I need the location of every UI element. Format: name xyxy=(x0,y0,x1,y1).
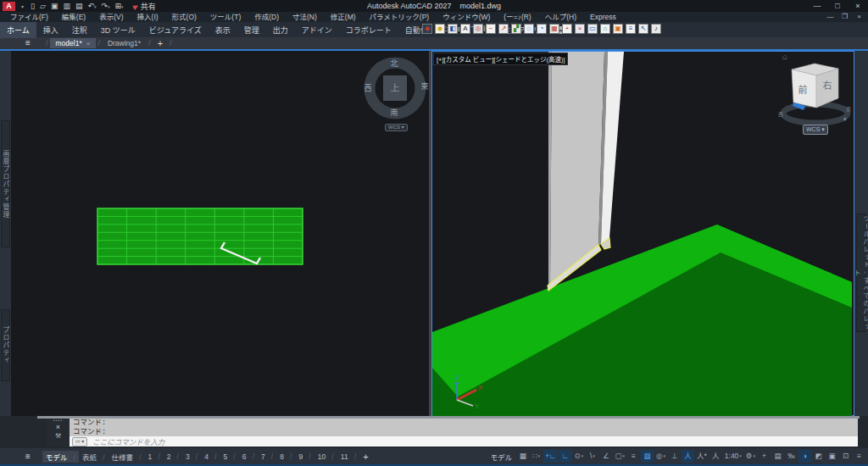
ribbon-tab[interactable]: ホーム xyxy=(0,22,36,38)
viewport-controls-label[interactable]: [+][カスタム ビュー][シェードとエッジ(高速)] xyxy=(433,53,568,65)
express-toolbar-icon[interactable]: ▣ xyxy=(613,24,623,34)
units-icon[interactable]: ▤ xyxy=(771,450,784,463)
ribbon-tab[interactable]: 注釈 xyxy=(65,22,94,38)
new-file-tab-button[interactable]: + xyxy=(158,38,163,48)
doc-minimize-button[interactable]: — xyxy=(823,12,837,22)
layout-tab[interactable]: 9 xyxy=(296,452,314,462)
layout-tab[interactable]: 5 xyxy=(220,452,239,462)
green-slab-entity[interactable] xyxy=(432,225,852,416)
quick-properties-icon[interactable]: ‰ xyxy=(785,450,798,463)
menu-item[interactable]: 修正(M) xyxy=(324,12,363,22)
annotation-visibility-icon[interactable]: 人 xyxy=(682,450,694,463)
command-close-icon[interactable]: × xyxy=(56,423,60,432)
layout-tab[interactable]: 仕様書 xyxy=(108,451,145,463)
ribbon-tab[interactable]: 挿入 xyxy=(36,22,65,38)
undo-icon[interactable]: ↶▾ xyxy=(87,2,96,11)
command-wrench-icon[interactable]: ⚒ xyxy=(55,432,61,441)
polar-tracking-icon[interactable]: ⊙▾ xyxy=(572,450,585,463)
express-toolbar-icon[interactable]: ♪ xyxy=(651,24,661,34)
save-icon[interactable]: ▣ xyxy=(51,2,58,10)
express-toolbar-icon[interactable]: ▞ xyxy=(511,24,521,34)
file-tab-model1[interactable]: model1* × xyxy=(50,38,97,48)
layout-tab[interactable]: 10 xyxy=(314,452,337,462)
object-snap-icon[interactable]: ▢▾ xyxy=(613,450,626,463)
maximize-button[interactable]: □ xyxy=(827,0,848,12)
menu-item[interactable]: ヘルプ(H) xyxy=(538,12,583,22)
ribbon-tab[interactable]: 管理 xyxy=(237,22,266,38)
app-menu-caret-icon[interactable]: ▾ xyxy=(21,3,24,9)
annotation-monitor-icon[interactable]: + xyxy=(758,450,771,463)
express-toolbar-icon[interactable]: ▭ xyxy=(587,24,598,34)
menu-item[interactable]: ウィンドウ(W) xyxy=(436,12,497,22)
menu-item[interactable]: ファイル(F) xyxy=(3,12,55,22)
autoscale-icon[interactable]: 人* xyxy=(695,450,709,463)
minimize-button[interactable]: — xyxy=(807,0,827,12)
dynamic-ucs-icon[interactable]: ⊥ xyxy=(668,450,681,463)
layout-tab[interactable]: 6 xyxy=(239,452,258,462)
layout-tab[interactable]: 7 xyxy=(258,452,276,462)
express-toolbar-icon[interactable]: A xyxy=(460,24,470,34)
viewport-3d[interactable]: [+][カスタム ビュー][シェードとエッジ(高速)] ⌂ xyxy=(431,51,854,416)
redo-icon[interactable]: ↷▾ xyxy=(102,2,110,11)
snap-icon[interactable]: +∟ xyxy=(543,450,558,463)
ribbon-tab[interactable]: 出力 xyxy=(266,22,295,38)
express-toolbar-icon[interactable]: ≡ xyxy=(626,24,636,34)
properties-palette-tab[interactable]: プロパティ xyxy=(1,309,10,381)
express-toolbar-icon[interactable]: ◆ xyxy=(422,24,432,34)
file-tab-close-icon[interactable]: × xyxy=(86,40,91,47)
viewcube-home-icon[interactable]: ⌂ xyxy=(782,52,787,61)
menu-item[interactable]: ツール(T) xyxy=(203,12,248,22)
snap-mode-icon[interactable]: ∷▾ xyxy=(530,450,542,463)
workspace-switch-icon[interactable]: ⚙▾ xyxy=(744,450,757,463)
plan-wcs-button[interactable]: WCS ▾ xyxy=(385,124,408,131)
layer-properties-palette-tab[interactable]: 画層プロパティ管理 xyxy=(1,120,10,247)
scale-value[interactable]: 1:40▾ xyxy=(723,450,743,463)
plan-viewcube[interactable]: 上 北 西 東 南 xyxy=(364,59,428,117)
layout-tab[interactable]: 11 xyxy=(337,452,359,462)
express-toolbar-icon[interactable]: + xyxy=(562,24,572,34)
express-toolbar-icon[interactable]: − xyxy=(486,24,496,34)
customization-icon[interactable]: ≡ xyxy=(853,450,865,463)
layout-tab[interactable]: 8 xyxy=(276,452,295,462)
menu-item[interactable]: 寸法(N) xyxy=(286,12,324,22)
menu-item[interactable]: 作成(D) xyxy=(248,12,286,22)
share-button[interactable]: ▶ 共有 xyxy=(133,1,156,12)
model-space-button[interactable]: モデル xyxy=(491,452,513,462)
grid-display-icon[interactable]: ▦ xyxy=(516,450,529,463)
file-tab-menu-icon[interactable]: ≡ xyxy=(25,37,37,49)
ribbon-tab[interactable]: 3D ツール xyxy=(94,22,142,38)
menu-item[interactable]: (ー=♪(R) xyxy=(497,12,537,22)
close-button[interactable]: × xyxy=(848,0,868,12)
file-tab-drawing1[interactable]: Drawing1* xyxy=(102,38,147,48)
save-as-icon[interactable]: ▥ xyxy=(63,2,70,10)
ribbon-tab[interactable]: アドイン xyxy=(295,22,339,38)
ribbon-tab[interactable]: コラボレート xyxy=(339,22,398,38)
command-options-icon[interactable]: ▭ ▾ xyxy=(72,437,87,447)
express-toolbar-icon[interactable]: ◔ xyxy=(537,24,547,34)
print-icon[interactable]: ▤ xyxy=(75,2,83,10)
express-toolbar-icon[interactable]: ↗ xyxy=(498,24,509,34)
express-toolbar-icon[interactable]: ◌ xyxy=(524,24,534,34)
workspace-icon[interactable]: ⊞▾ xyxy=(115,2,124,11)
ribbon-tab[interactable]: 表示 xyxy=(209,22,237,38)
viewcube-menu-caret-icon[interactable]: ▾ xyxy=(843,116,847,123)
plan-canvas[interactable]: 上 北 西 東 南 xyxy=(11,51,431,416)
layout-tab[interactable]: 3 xyxy=(182,452,201,462)
tool-palettes-tab[interactable]: ツールパレット - すべてのパレット xyxy=(856,214,866,332)
new-layout-button[interactable]: + xyxy=(363,452,368,462)
command-history[interactable]: コマンド: コマンド: xyxy=(70,419,858,436)
layout-tab[interactable]: 表紙 xyxy=(79,451,108,463)
app-logo[interactable]: A xyxy=(3,2,15,11)
layout-tab[interactable]: モデル xyxy=(42,451,79,463)
express-toolbar-icon[interactable]: ▦ xyxy=(549,24,559,34)
doc-restore-button[interactable]: ❐ xyxy=(837,12,852,22)
isodraft-icon[interactable]: \▾ xyxy=(586,450,598,463)
doc-close-button[interactable]: × xyxy=(852,12,866,22)
express-toolbar-icon[interactable]: ↖ xyxy=(638,24,648,34)
express-toolbar-icon[interactable]: ◉ xyxy=(435,24,445,34)
layout-tab[interactable]: 2 xyxy=(164,452,182,462)
selection-cycling-icon[interactable]: ◎▾ xyxy=(654,450,667,463)
menu-item[interactable]: Express xyxy=(583,12,623,22)
viewport-plan[interactable]: 上 北 西 東 南 WCS ▾ xyxy=(11,51,431,416)
clean-screen-icon[interactable]: ⊡ xyxy=(839,450,852,463)
